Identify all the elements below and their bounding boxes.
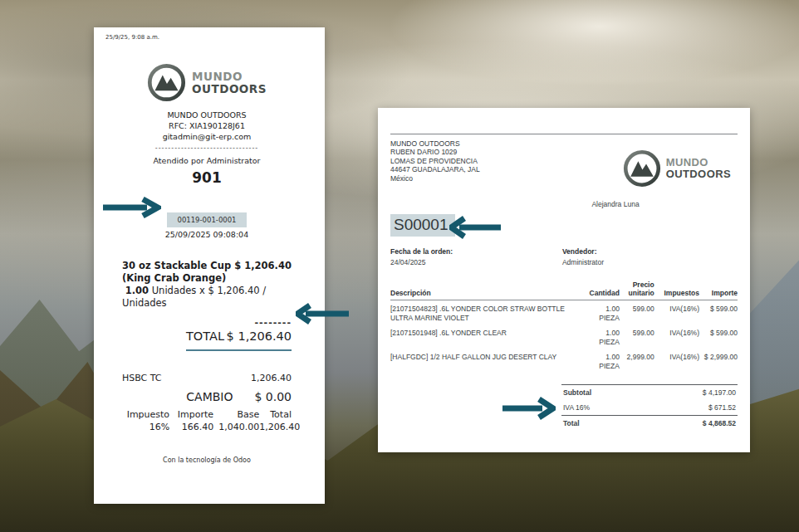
sales-order-document: MUNDO OUTDOORS RUBEN DARIO 1029 LOMAS DE… bbox=[378, 108, 750, 452]
line-unit-price: 2,999.00 bbox=[620, 349, 654, 373]
tax-total: 1,206.40 bbox=[259, 421, 292, 433]
total-label: TOTAL bbox=[186, 329, 224, 343]
company-email: gitadmin@git-erp.com bbox=[122, 131, 292, 142]
line-amount: $ 599.00 bbox=[699, 325, 738, 349]
order-date: 24/04/2025 bbox=[390, 258, 562, 266]
served-by: Atendido por Administrator bbox=[122, 156, 292, 165]
logo-word-outdoors: OUTDOORS bbox=[666, 168, 731, 180]
tax-header-total: Total bbox=[259, 408, 292, 421]
col-taxes: Impuestos bbox=[654, 279, 699, 300]
line-qty-cell: 1.00 PIEZA bbox=[578, 349, 620, 373]
company-street: RUBEN DARIO 1029 bbox=[390, 148, 480, 156]
logo-word-mundo: MUNDO bbox=[192, 71, 267, 82]
change-value: $ 0.00 bbox=[254, 390, 292, 403]
arrow-to-order-ref-icon bbox=[449, 216, 502, 239]
line-unit-price: 599.00 bbox=[620, 325, 654, 349]
tax-label: IVA 16% bbox=[563, 403, 590, 412]
payment-method: HSBC TC bbox=[122, 373, 162, 383]
tax-rate: 16% bbox=[122, 421, 169, 433]
powered-by-odoo: Con la tecnología de Odoo bbox=[122, 456, 292, 464]
product-qty-detail: Unidades x $ 1,206.40 / bbox=[149, 285, 266, 296]
line-amount: $ 599.00 bbox=[699, 300, 738, 325]
logo-word-outdoors: OUTDOORS bbox=[192, 83, 267, 95]
receipt-ref-highlight: 00119-001-0001 bbox=[167, 212, 246, 227]
table-row: [21071504823] .6L YONDER COLOR STRAW BOT… bbox=[390, 300, 738, 325]
line-taxes: IVA(16%) bbox=[654, 325, 699, 349]
company-block: MUNDO OUTDOORS RFC: XIA190128J61 gitadmi… bbox=[122, 110, 292, 142]
receipt-datetime: 25/09/2025 09:08:04 bbox=[122, 230, 292, 239]
company-name: MUNDO OUTDOORS bbox=[122, 110, 292, 120]
line-description: [HALFGDC] 1/2 HALF GALLON JUG DESERT CLA… bbox=[390, 349, 578, 373]
table-row: [21071501948] .6L YONDER CLEAR 1.00 PIEZ… bbox=[390, 325, 738, 349]
product-uom: Unidades bbox=[122, 297, 292, 310]
product-variant: (King Crab Orange) bbox=[122, 272, 292, 285]
receipt-logo: MUNDO OUTDOORS bbox=[122, 63, 292, 102]
logo-wordmark: MUNDO OUTDOORS bbox=[192, 71, 267, 94]
arrow-to-receipt-total-icon bbox=[296, 303, 350, 325]
order-ref-highlight: S00001 bbox=[390, 214, 455, 237]
grand-total-row: Total $ 4,868.52 bbox=[561, 415, 738, 431]
payment-row: HSBC TC 1,206.40 bbox=[122, 373, 292, 383]
line-qty: 1.00 bbox=[581, 305, 620, 314]
total-value: $ 1,206.40 bbox=[227, 329, 292, 343]
col-quantity: Cantidad bbox=[578, 279, 620, 300]
mundo-outdoors-logo-icon bbox=[147, 63, 186, 102]
order-number: 901 bbox=[122, 169, 292, 186]
grand-total-label: Total bbox=[563, 419, 580, 427]
subtotal-row: Subtotal $ 4,197.00 bbox=[561, 384, 738, 400]
line-qty: 1.00 bbox=[581, 329, 620, 338]
line-description: [21071504823] .6L YONDER COLOR STRAW BOT… bbox=[390, 300, 578, 325]
logo-word-mundo: MUNDO bbox=[666, 157, 731, 168]
product-price: $ 1,206.40 bbox=[234, 260, 292, 272]
product-qty: 1.00 bbox=[125, 285, 149, 296]
company-rfc: RFC: XIA190128J61 bbox=[122, 120, 292, 131]
tax-base: 1,040.00 bbox=[213, 421, 259, 433]
line-qty-cell: 1.00 PIEZA bbox=[578, 300, 620, 325]
payment-amount: 1,206.40 bbox=[251, 373, 292, 383]
receipt-total-row: TOTAL $ 1,206.40 bbox=[186, 329, 292, 351]
company-district: LOMAS DE PROVIDENCIA bbox=[390, 157, 480, 165]
line-uom: PIEZA bbox=[581, 338, 620, 347]
company-address-block: MUNDO OUTDOORS RUBEN DARIO 1029 LOMAS DE… bbox=[390, 139, 480, 188]
order-date-label: Fecha de la orden: bbox=[390, 247, 562, 256]
grand-total-value: $ 4,868.52 bbox=[703, 419, 736, 427]
customer-name: Alejandra Luna bbox=[591, 200, 738, 208]
line-unit-price: 599.00 bbox=[620, 300, 654, 325]
col-amount: Importe bbox=[699, 279, 738, 300]
logo-wordmark: MUNDO OUTDOORS bbox=[666, 157, 731, 179]
order-logo: MUNDO OUTDOORS bbox=[623, 149, 731, 188]
product-qty-line: 1.00 Unidades x $ 1,206.40 / bbox=[122, 285, 292, 297]
order-info-row: Fecha de la orden: 24/04/2025 Vendedor: … bbox=[390, 247, 738, 266]
line-amount: $ 2,999.00 bbox=[699, 349, 738, 373]
order-lines-table: Descripción Cantidad Precio unitario Imp… bbox=[390, 279, 738, 373]
print-timestamp: 25/9/25, 9:08 a.m. bbox=[105, 34, 292, 41]
arrow-to-order-total-icon bbox=[501, 397, 556, 420]
table-row: [HALFGDC] 1/2 HALF GALLON JUG DESERT CLA… bbox=[390, 349, 738, 373]
tax-row: IVA 16% $ 671.52 bbox=[561, 400, 738, 415]
company-country: México bbox=[390, 174, 480, 183]
tax-header-impuesto: Impuesto bbox=[122, 408, 169, 421]
header-rule bbox=[390, 134, 738, 134]
col-unit-price: Precio unitario bbox=[620, 279, 654, 300]
dashed-separator: -------------------------------- bbox=[122, 144, 292, 152]
mundo-outdoors-logo-icon bbox=[623, 149, 661, 188]
arrow-to-receipt-ref-icon bbox=[101, 197, 161, 218]
receipt-line-item: 30 oz Stackable Cup $ 1,206.40 (King Cra… bbox=[122, 260, 292, 310]
line-qty-cell: 1.00 PIEZA bbox=[578, 325, 620, 349]
subtotal-label: Subtotal bbox=[563, 388, 591, 397]
line-description: [21071501948] .6L YONDER CLEAR bbox=[390, 325, 578, 349]
tax-value: $ 671.52 bbox=[708, 403, 736, 412]
line-taxes: IVA(16%) bbox=[654, 349, 699, 373]
line-uom: PIEZA bbox=[581, 362, 620, 371]
table-header-row: Descripción Cantidad Precio unitario Imp… bbox=[390, 279, 738, 300]
line-qty: 1.00 bbox=[581, 353, 620, 362]
line-taxes: IVA(16%) bbox=[654, 300, 699, 325]
change-label: CAMBIO bbox=[186, 390, 233, 403]
change-row: CAMBIO $ 0.00 bbox=[122, 390, 292, 403]
salesperson-label: Vendedor: bbox=[562, 247, 604, 256]
tax-header-importe: Importe bbox=[169, 408, 213, 421]
subtotal-value: $ 4,197.00 bbox=[703, 388, 736, 397]
col-description: Descripción bbox=[390, 279, 578, 300]
tax-amount: 166.40 bbox=[169, 421, 213, 433]
tax-summary-table: Impuesto Importe Base Total 16% 166.40 1… bbox=[122, 408, 292, 433]
